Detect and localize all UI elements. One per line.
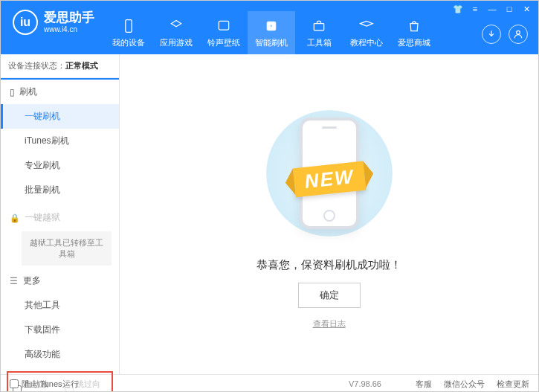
sidebar: 设备连接状态：正常模式 ▯ 刷机 一键刷机 iTunes刷机 专业刷机 批量刷机… [1,54,120,374]
jailbreak-note[interactable]: 越狱工具已转移至工具箱 [22,231,112,266]
main-nav: 我的设备 应用游戏 铃声壁纸 智能刷机 工具箱 教程中心 爱思商城 [105,11,438,54]
brand-subtitle: www.i4.cn [44,25,94,33]
nav-apps-games[interactable]: 应用游戏 [152,11,200,54]
store-icon [406,18,422,34]
svg-rect-0 [126,19,132,32]
section-jailbreak: 一键越狱 [1,205,119,230]
sidebar-item-batch-flash[interactable]: 批量刷机 [1,178,119,202]
version-label: V7.98.66 [349,379,381,388]
user-button[interactable] [509,25,528,44]
close-button[interactable]: ✕ [519,3,534,15]
nav-store[interactable]: 爱思商城 [390,11,438,54]
svg-point-4 [517,30,520,34]
view-log-link[interactable]: 查看日志 [313,318,346,330]
device-icon [120,18,137,34]
svg-rect-3 [314,23,323,30]
connection-status: 设备连接状态：正常模式 [1,54,119,78]
header-actions [482,25,528,44]
lock-icon [10,213,20,223]
toolbox-icon [311,18,327,34]
header: 👕 ≡ — □ ✕ iu 爱思助手 www.i4.cn 我的设备 应用游戏 铃声… [1,1,538,54]
footer-link-update[interactable]: 检查更新 [497,379,529,390]
sidebar-item-itunes-flash[interactable]: iTunes刷机 [1,129,119,153]
minimize-button[interactable]: — [485,3,500,15]
skip-setup-checkbox[interactable]: 跳过向导 [65,379,108,392]
nav-ringtone-wallpaper[interactable]: 铃声壁纸 [200,11,248,54]
svg-rect-1 [219,21,228,30]
nav-tutorials[interactable]: 教程中心 [343,11,390,54]
sidebar-item-download-firmware[interactable]: 下载固件 [1,318,119,342]
brand-title: 爱思助手 [44,11,94,25]
footer-link-support[interactable]: 客服 [416,379,432,390]
section-more[interactable]: 更多 [1,269,119,293]
maximize-button[interactable]: □ [502,3,517,15]
nav-smart-flash[interactable]: 智能刷机 [248,11,295,54]
section-flash[interactable]: ▯ 刷机 [1,78,119,104]
sidebar-item-other-tools[interactable]: 其他工具 [1,293,119,318]
window-controls: 👕 ≡ — □ ✕ [451,3,534,15]
ringtone-icon [216,18,232,34]
confirm-button[interactable]: 确定 [298,283,361,308]
skin-button[interactable]: 👕 [451,3,465,15]
nav-my-device[interactable]: 我的设备 [105,11,152,54]
hamburger-icon [10,276,19,286]
footer-link-wechat[interactable]: 微信公众号 [444,379,485,390]
menu-button[interactable]: ≡ [468,3,482,15]
brand-logo: iu [13,10,38,35]
tutorials-icon [358,18,375,34]
success-illustration: NEW [262,99,396,248]
sidebar-item-one-click-flash[interactable]: 一键刷机 [1,104,119,129]
flash-icon [263,18,280,34]
phone-icon: ▯ [10,87,15,97]
success-message: 恭喜您，保资料刷机成功啦！ [256,258,401,272]
download-button[interactable] [482,25,501,44]
nav-toolbox[interactable]: 工具箱 [295,11,343,54]
sidebar-item-advanced[interactable]: 高级功能 [1,342,119,367]
brand: iu 爱思助手 www.i4.cn [13,10,94,35]
apps-icon [168,18,184,34]
sidebar-item-pro-flash[interactable]: 专业刷机 [1,153,119,178]
main-content: NEW 恭喜您，保资料刷机成功啦！ 确定 查看日志 [120,54,538,374]
